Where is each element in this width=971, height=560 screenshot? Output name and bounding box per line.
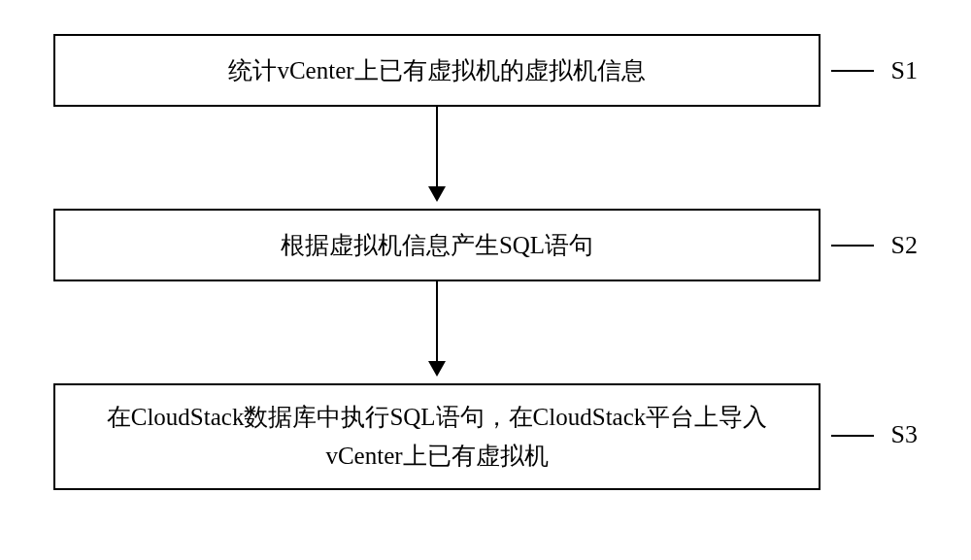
connector-line-2 — [831, 245, 874, 247]
step-3-text: 在CloudStack数据库中执行SQL语句，在CloudStack平台上导入v… — [75, 398, 799, 476]
arrow-2 — [53, 281, 820, 383]
connector-line-3 — [831, 435, 874, 437]
flowchart-step-1: 统计vCenter上已有虚拟机的虚拟机信息 — [53, 34, 820, 107]
step-2-text: 根据虚拟机信息产生SQL语句 — [281, 226, 593, 265]
arrow-head-icon — [428, 361, 446, 377]
flowchart-step-2: 根据虚拟机信息产生SQL语句 — [53, 209, 820, 281]
flowchart-step-3: 在CloudStack数据库中执行SQL语句，在CloudStack平台上导入v… — [53, 383, 820, 490]
connector-line-1 — [831, 70, 874, 72]
step-label-1: S1 — [891, 56, 918, 85]
step-label-2: S2 — [891, 231, 918, 260]
arrow-head-icon — [428, 186, 446, 202]
arrow-1 — [53, 107, 820, 209]
flowchart-container: 统计vCenter上已有虚拟机的虚拟机信息 根据虚拟机信息产生SQL语句 在Cl… — [53, 34, 820, 490]
arrow-line-icon — [436, 281, 438, 364]
arrow-line-icon — [436, 107, 438, 189]
step-label-3: S3 — [891, 420, 918, 449]
step-1-text: 统计vCenter上已有虚拟机的虚拟机信息 — [228, 51, 645, 90]
